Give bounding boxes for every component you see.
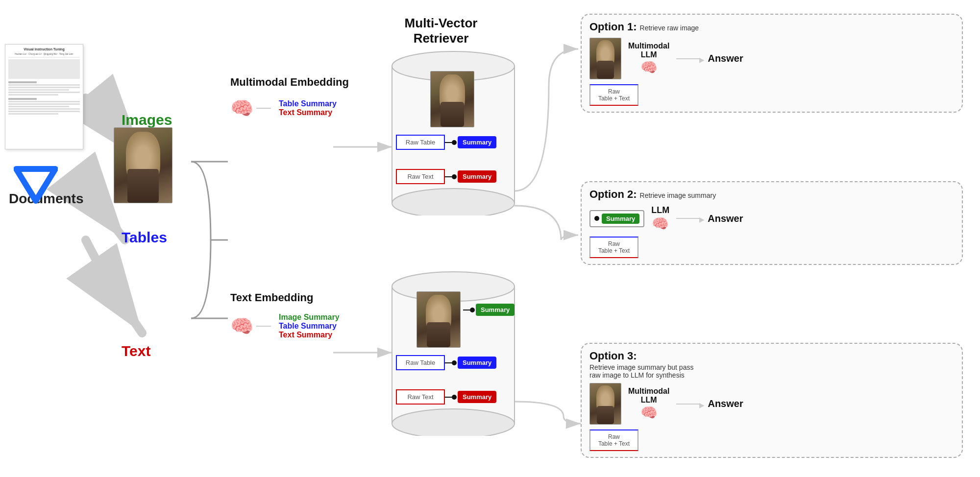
- mona-lisa-image-left: [114, 127, 172, 203]
- option-1-brain: 🧠: [640, 59, 658, 75]
- multimodal-embedding-labels: Table Summary Text Summary: [279, 99, 337, 117]
- option-2-raw-table-text: RawTable + Text: [589, 237, 638, 258]
- raw-table-box-top: Raw Table: [396, 135, 445, 150]
- option-2-answer: Answer: [708, 213, 743, 224]
- mona-lisa-db-bottom: [416, 291, 461, 348]
- option-3-raw-table-text: RawTable + Text: [589, 429, 638, 451]
- option-3-title: Option 3:: [589, 350, 637, 362]
- option-3-mona: [589, 383, 621, 425]
- option-2-llm-label: LLM: [651, 205, 669, 215]
- mona-lisa-db-top: [430, 71, 474, 127]
- document-paper: Visual Instruction Tuning Haotian Liu¹ ·…: [5, 44, 83, 149]
- option-3-subtitle: Retrieve image summary but passraw image…: [589, 363, 954, 379]
- option-1-answer: Answer: [708, 53, 743, 64]
- category-images-label: Images: [122, 112, 172, 128]
- raw-table-box-bottom: Raw Table: [396, 355, 445, 370]
- option-2-title: Option 2:: [589, 188, 637, 201]
- text-embedding-section: Text Embedding 🧠 Image Summary Table Sum…: [230, 291, 340, 339]
- option-1-subtitle: Retrieve raw image: [640, 24, 699, 32]
- brain-icon-text: 🧠: [230, 315, 253, 337]
- svg-point-8: [392, 189, 514, 215]
- option-2-brain: 🧠: [652, 215, 669, 232]
- option-3-llm-label: MultimodalLLM: [628, 387, 669, 405]
- table-summary-label-top: Table Summary: [279, 99, 337, 108]
- multimodal-embedding-section: Multimodal Embedding 🧠 Table Summary Tex…: [230, 76, 349, 119]
- image-summary-label-bottom: Image Summary: [279, 313, 340, 322]
- option-1-llm-label: MultimodalLLM: [628, 42, 669, 59]
- option-1-mona: [589, 38, 621, 79]
- summary-tag-bottom-text: Summary: [458, 391, 496, 403]
- option-1-box: Option 1: Retrieve raw image MultimodalL…: [581, 14, 963, 113]
- svg-point-11: [392, 409, 514, 436]
- text-summary-label-bottom: Text Summary: [279, 331, 340, 339]
- option-1-raw-table-text: RawTable + Text: [589, 84, 638, 106]
- option-3-box: Option 3: Retrieve image summary but pas…: [581, 343, 963, 458]
- brain-icon-multimodal: 🧠: [230, 97, 253, 119]
- option-3-brain: 🧠: [640, 405, 658, 421]
- option-3-answer: Answer: [708, 398, 743, 409]
- multimodal-embedding-title: Multimodal Embedding: [230, 76, 349, 89]
- raw-text-box-top: Raw Text: [396, 169, 445, 184]
- diagram-container: Documents Visual Instruction Tuning Haot…: [0, 0, 980, 477]
- category-tables-label: Tables: [122, 229, 167, 246]
- summary-tag-bottom-image: Summary: [476, 304, 514, 316]
- option-2-box: Option 2: Retrieve image summary Summary…: [581, 181, 963, 265]
- bottom-database-cylinder: Summary Raw Table Summary Raw Text Summa…: [387, 260, 519, 436]
- text-embedding-labels: Image Summary Table Summary Text Summary: [279, 313, 340, 339]
- summary-tag-bottom-table: Summary: [458, 357, 496, 369]
- table-summary-label-bottom: Table Summary: [279, 322, 340, 331]
- tables-icon: [14, 162, 58, 208]
- summary-tag-top-table: Summary: [458, 136, 496, 148]
- raw-text-box-bottom: Raw Text: [396, 389, 445, 405]
- text-summary-label-top: Text Summary: [279, 108, 337, 117]
- top-database-cylinder: Raw Table Summary Raw Text Summary: [387, 39, 519, 215]
- option-2-summary-tag: Summary: [602, 214, 639, 224]
- summary-tag-top-text: Summary: [458, 170, 496, 183]
- option-2-subtitle: Retrieve image summary: [640, 191, 716, 199]
- text-embedding-title: Text Embedding: [230, 291, 314, 304]
- option-1-title: Option 1:: [589, 21, 637, 33]
- category-text-label: Text: [122, 343, 150, 359]
- svg-marker-5: [16, 169, 55, 201]
